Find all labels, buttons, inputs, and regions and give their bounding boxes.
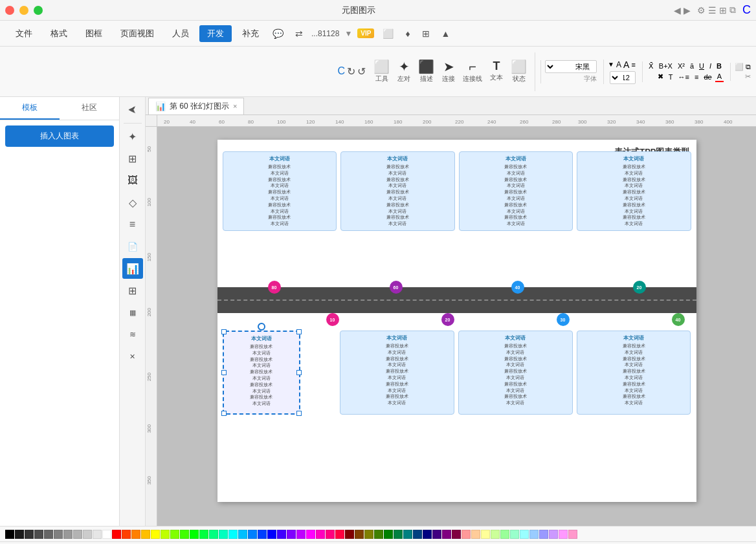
select-tool-btn[interactable]: ⬜ 工具: [371, 59, 392, 85]
color-swatch[interactable]: [5, 530, 14, 539]
color-swatch[interactable]: [559, 530, 568, 539]
color-swatch[interactable]: [326, 530, 335, 539]
split-icon[interactable]: ⧉: [729, 5, 736, 16]
clear-format-btn[interactable]: ✖: [656, 72, 665, 82]
color-swatch[interactable]: [287, 530, 296, 539]
color-swatch[interactable]: [510, 530, 519, 539]
color-swatch[interactable]: [520, 530, 529, 539]
title-nav-left[interactable]: ◀: [674, 5, 681, 16]
cross-tool[interactable]: ✕: [122, 346, 143, 367]
align-center-btn[interactable]: ≡↔: [676, 72, 691, 82]
underline-btn[interactable]: U: [697, 61, 706, 71]
menu-icon[interactable]: ☰: [708, 5, 717, 16]
menu-supplement[interactable]: 补充: [234, 25, 267, 42]
back-icon[interactable]: ▲: [438, 27, 454, 41]
minimize-button[interactable]: [19, 6, 28, 15]
handle-bl[interactable]: [221, 411, 227, 416]
upper-card-2[interactable]: 本文词语 兼容投放术本文词语兼容投放术本文词语兼容投放术本文词语兼容投放术本文词…: [340, 151, 455, 231]
color-swatch[interactable]: [539, 530, 548, 539]
color-swatch[interactable]: [335, 530, 344, 539]
page-tool[interactable]: 📄: [122, 236, 143, 257]
color-swatch[interactable]: [54, 530, 63, 539]
describe-tool-btn[interactable]: ⬛ 描述: [416, 59, 437, 85]
color-swatch[interactable]: [374, 530, 383, 539]
maximize-button[interactable]: [34, 6, 43, 15]
align-tool-btn[interactable]: ✦ 左对: [395, 59, 413, 85]
font-size-select[interactable]: 1210141618: [610, 71, 636, 84]
color-swatch[interactable]: [112, 530, 121, 539]
color-swatch[interactable]: [102, 530, 111, 539]
image-tool[interactable]: 🖼: [122, 170, 143, 191]
font-size-chevron[interactable]: ▼: [608, 61, 614, 68]
color-swatch[interactable]: [141, 530, 150, 539]
color-swatch[interactable]: [384, 530, 393, 539]
color-swatch[interactable]: [549, 530, 558, 539]
bold-btn[interactable]: B: [715, 61, 724, 71]
upper-card-3[interactable]: 本文词语 兼容投放术本文词语兼容投放术本文词语兼容投放术本文词语兼容投放术本文词…: [459, 151, 573, 231]
shape-tool[interactable]: ◇: [122, 192, 143, 213]
grid-tool[interactable]: ⊞: [122, 148, 143, 169]
color-swatch[interactable]: [180, 530, 189, 539]
color-swatch[interactable]: [151, 530, 160, 539]
strikeout-btn[interactable]: X̄: [647, 61, 656, 71]
insert-chart-btn[interactable]: 插入人图表: [5, 125, 114, 147]
color-swatch[interactable]: [471, 530, 480, 539]
color-swatch[interactable]: [481, 530, 490, 539]
highlight-btn[interactable]: de: [702, 72, 713, 82]
color-swatch[interactable]: [209, 530, 218, 539]
color-swatch[interactable]: [25, 530, 34, 539]
connector-tool-btn[interactable]: ⌐ 连接线: [460, 59, 485, 85]
color-swatch[interactable]: [355, 530, 364, 539]
canvas-tab[interactable]: 📊 第 60 张幻灯图示 ×: [148, 98, 244, 114]
color-swatch[interactable]: [413, 530, 422, 539]
font-name-select[interactable]: 宋黑宋体黑体楷体: [545, 60, 597, 73]
align-top-btn[interactable]: ≡: [631, 61, 635, 69]
settings-icon[interactable]: ⚙: [697, 5, 706, 16]
text-btn[interactable]: T: [667, 72, 675, 82]
upper-card-4[interactable]: 本文词语 兼容投放术本文词语兼容投放术本文词语兼容投放术本文词语兼容投放术本文词…: [577, 151, 691, 231]
align-left-btn[interactable]: ≡: [693, 72, 700, 82]
color-swatch[interactable]: [403, 530, 412, 539]
color-swatch[interactable]: [296, 530, 306, 539]
lower-card-2[interactable]: 本文词语 兼容投放术本文词语兼容投放术本文词语兼容投放术本文词语兼容投放术本文词…: [340, 331, 454, 415]
handle-br[interactable]: [296, 411, 302, 416]
menu-file[interactable]: 文件: [8, 25, 40, 42]
color-swatch[interactable]: [267, 530, 276, 539]
handle-mr[interactable]: [296, 370, 302, 375]
subscript-btn[interactable]: B+X: [657, 61, 674, 71]
chart-tool[interactable]: 📊: [122, 258, 143, 279]
collapse-tool[interactable]: ⮜: [122, 100, 143, 120]
color-swatch[interactable]: [34, 530, 43, 539]
copy-format-btn[interactable]: ⧉: [746, 63, 751, 71]
color-swatch[interactable]: [15, 530, 24, 539]
share-icon[interactable]: ⇄: [292, 27, 306, 41]
grid2-tool[interactable]: ▦: [122, 302, 143, 323]
menu-format[interactable]: 格式: [43, 25, 75, 42]
color-swatch[interactable]: [452, 530, 461, 539]
close-button[interactable]: [5, 6, 14, 15]
lower-card-3[interactable]: 本文词语 兼容投放术本文词语兼容投放术本文词语兼容投放术本文词语兼容投放术本文词…: [458, 331, 573, 415]
layers-tool[interactable]: ≡: [122, 214, 143, 235]
color-swatch[interactable]: [500, 530, 509, 539]
color-swatch[interactable]: [93, 530, 102, 539]
strikethrough-btn[interactable]: ā: [688, 61, 696, 71]
color-swatch[interactable]: [190, 530, 199, 539]
color-swatch[interactable]: [161, 530, 170, 539]
undo-btn[interactable]: ↺: [357, 65, 366, 78]
tab-close-btn[interactable]: ×: [233, 102, 237, 110]
table-tool[interactable]: ⊞: [122, 280, 143, 301]
color-swatch[interactable]: [122, 530, 131, 539]
lower-card-4[interactable]: 本文词语 兼容投放术本文词语兼容投放术本文词语兼容投放术本文词语兼容投放术本文词…: [577, 331, 691, 415]
cut-icon[interactable]: ✂: [745, 72, 751, 81]
color-swatch[interactable]: [394, 530, 403, 539]
title-nav-right[interactable]: ▶: [684, 5, 691, 16]
shape-icon[interactable]: ♦: [402, 27, 413, 41]
lower-card-1-selected[interactable]: 本文词语 兼容投放术本文词语兼容投放术本文词语兼容投放术本文词语兼容投放术本文词…: [223, 331, 300, 415]
template-icon[interactable]: ⬜: [379, 27, 397, 41]
canvas-scroll-area[interactable]: 表达式TPP图表类型 本文词语 兼容投放术本文词语兼容投放术本文词语兼容投放术本…: [157, 127, 756, 526]
color-swatch[interactable]: [170, 530, 179, 539]
window-icon[interactable]: ⊞: [719, 5, 727, 16]
color-swatch[interactable]: [491, 530, 500, 539]
color-swatch[interactable]: [131, 530, 140, 539]
menu-person[interactable]: 人员: [164, 25, 197, 42]
